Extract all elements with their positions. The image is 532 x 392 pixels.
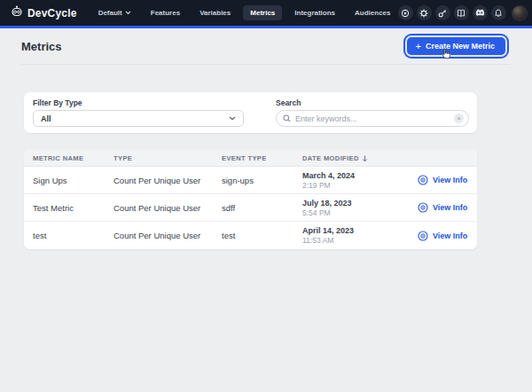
nav-item-audiences[interactable]: Audiences bbox=[348, 5, 397, 20]
filter-by-type-field: Filter By Type All bbox=[33, 98, 244, 127]
cell-event-type: sign-ups bbox=[222, 176, 302, 185]
devcycle-robot-icon bbox=[11, 5, 23, 21]
brand-logo[interactable]: DevCycle bbox=[11, 5, 77, 21]
brand-name: DevCycle bbox=[27, 7, 77, 20]
column-header-metric-name[interactable]: Metric Name bbox=[33, 150, 113, 167]
plus-icon: + bbox=[416, 43, 421, 50]
table-header-row: Metric Name Type Event Type Date Modifie… bbox=[24, 150, 477, 167]
column-header-type[interactable]: Type bbox=[113, 150, 222, 167]
nav-item-features[interactable]: Features bbox=[144, 5, 187, 20]
cell-event-type: sdff bbox=[222, 203, 302, 213]
page-title: Metrics bbox=[21, 40, 62, 53]
cell-metric-name: test bbox=[33, 231, 113, 240]
table-row: Sign Ups Count Per Unique User sign-ups … bbox=[24, 167, 477, 194]
cell-type: Count Per Unique User bbox=[113, 176, 222, 185]
view-info-link[interactable]: View Info bbox=[402, 202, 477, 213]
chevron-down-icon bbox=[229, 116, 236, 121]
create-button-label: Create New Metric bbox=[426, 42, 495, 51]
main-content: Filter By Type All Search × Metric Name … bbox=[24, 92, 477, 249]
table-body: Sign Ups Count Per Unique User sign-ups … bbox=[24, 167, 477, 249]
gear-icon[interactable] bbox=[417, 5, 432, 20]
column-header-actions bbox=[402, 150, 477, 167]
nav-item-default[interactable]: Default bbox=[91, 5, 138, 20]
eye-icon bbox=[418, 175, 428, 185]
search-field: Search × bbox=[276, 98, 469, 127]
top-navbar: DevCycle Default Features Variables Metr… bbox=[0, 0, 532, 26]
cell-event-type: test bbox=[222, 231, 302, 240]
search-box: × bbox=[276, 110, 469, 127]
cell-type: Count Per Unique User bbox=[113, 231, 222, 240]
search-label: Search bbox=[276, 98, 469, 107]
page-header: Metrics + Create New Metric bbox=[21, 28, 511, 65]
cell-type: Count Per Unique User bbox=[113, 203, 222, 213]
search-input[interactable] bbox=[295, 114, 450, 123]
column-header-event-type[interactable]: Event Type bbox=[222, 150, 302, 167]
eye-icon bbox=[418, 231, 428, 241]
nav-item-integrations[interactable]: Integrations bbox=[287, 5, 342, 20]
cell-date-modified: July 18, 2023 5:54 PM bbox=[302, 199, 402, 217]
key-icon[interactable] bbox=[435, 5, 450, 20]
search-icon bbox=[283, 114, 291, 122]
nav-item-variables[interactable]: Variables bbox=[192, 5, 238, 20]
table-row: Test Metric Count Per Unique User sdff J… bbox=[24, 194, 477, 222]
discord-icon[interactable] bbox=[473, 5, 488, 20]
eye-icon bbox=[418, 202, 428, 213]
metrics-table: Metric Name Type Event Type Date Modifie… bbox=[24, 150, 477, 249]
cell-metric-name: Sign Ups bbox=[33, 176, 113, 185]
navbar-actions bbox=[398, 5, 528, 21]
cell-metric-name: Test Metric bbox=[33, 203, 113, 213]
type-filter-select[interactable]: All bbox=[33, 110, 244, 127]
table-row: test Count Per Unique User test April 14… bbox=[24, 222, 477, 249]
nav-item-metrics[interactable]: Metrics bbox=[243, 5, 282, 20]
cell-date-modified: March 4, 2024 2:19 PM bbox=[302, 171, 402, 190]
view-info-link[interactable]: View Info bbox=[402, 175, 477, 185]
book-icon[interactable] bbox=[454, 5, 469, 20]
chevron-down-icon bbox=[125, 11, 131, 15]
sort-desc-arrow-icon bbox=[362, 155, 368, 162]
primary-nav: Default Features Variables Metrics Integ… bbox=[91, 5, 398, 20]
column-header-date-modified[interactable]: Date Modified bbox=[302, 150, 402, 167]
target-icon[interactable] bbox=[398, 5, 413, 20]
cell-date-modified: April 14, 2023 11:53 AM bbox=[302, 226, 402, 245]
view-info-link[interactable]: View Info bbox=[402, 231, 477, 241]
filter-by-type-label: Filter By Type bbox=[33, 98, 244, 107]
clear-search-icon[interactable]: × bbox=[454, 114, 464, 123]
filter-card: Filter By Type All Search × bbox=[24, 92, 477, 133]
bell-icon[interactable] bbox=[491, 5, 506, 20]
user-avatar[interactable] bbox=[512, 5, 528, 21]
type-filter-value: All bbox=[41, 114, 51, 123]
create-new-metric-button[interactable]: + Create New Metric bbox=[407, 37, 505, 55]
app-window: DevCycle Default Features Variables Metr… bbox=[0, 0, 532, 392]
